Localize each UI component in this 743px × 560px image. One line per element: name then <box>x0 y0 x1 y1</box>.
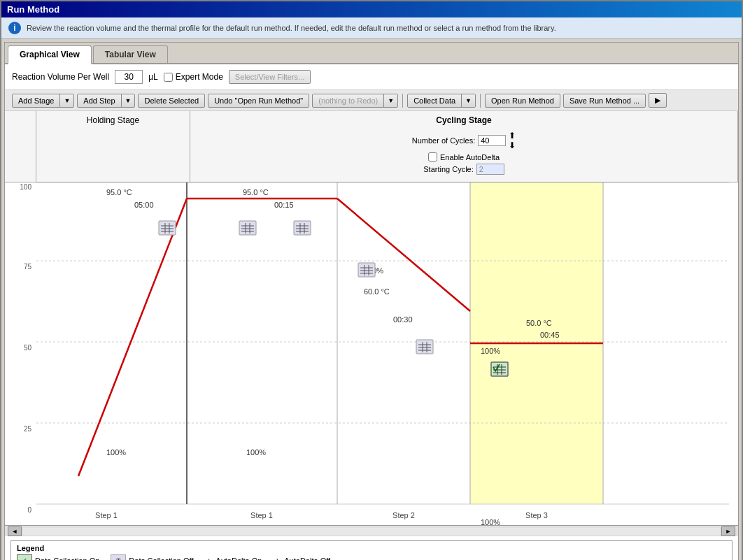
svg-text:95.0 °C: 95.0 °C <box>243 188 269 196</box>
svg-text:60.0 °C: 60.0 °C <box>364 287 390 296</box>
tabs-container: Graphical View Tabular View <box>5 43 738 64</box>
autodelta-on-icon: ▲ <box>204 556 213 560</box>
nothing-redo-group: (nothing to Redo) ▼ <box>312 94 398 108</box>
main-content: Graphical View Tabular View Reaction Vol… <box>4 42 739 560</box>
svg-text:00:45: 00:45 <box>540 331 560 339</box>
legend-autodelta-off: ▲ AutoDelta Off <box>273 556 330 560</box>
reaction-volume-input[interactable] <box>115 70 143 84</box>
starting-cycle-input[interactable] <box>476 164 504 175</box>
num-cycles-row: Number of Cycles: ⬆⬇ <box>412 131 516 150</box>
starting-cycle-row: Starting Cycle: <box>423 164 504 175</box>
chart-main: 95.0 °C 05:00 100% 95.0 °C 00:15 100% 60… <box>36 182 738 525</box>
add-step-group: Add Step ▼ <box>77 94 135 108</box>
save-run-method-button[interactable]: Save Run Method ... <box>563 94 646 108</box>
svg-rect-32 <box>159 221 176 235</box>
volume-unit: µL <box>148 72 158 82</box>
legend-dc-on: ✓ Data Collection On <box>17 554 99 560</box>
svg-text:50: 50 <box>24 344 32 352</box>
chart-svg: 95.0 °C 05:00 100% 95.0 °C 00:15 100% 60… <box>36 182 738 525</box>
svg-text:Step 3: Step 3 <box>525 511 548 519</box>
next-arrow-button[interactable]: ▶ <box>649 93 667 108</box>
y-axis-svg: 0 25 50 75 100 <box>5 182 36 518</box>
add-stage-dropdown[interactable]: ▼ <box>60 94 73 107</box>
legend-dc-off: ⊞ Data Collection Off <box>111 554 193 560</box>
autodelta-row: Enable AutoDelta <box>428 152 500 161</box>
chart-area: Holding Stage Cycling Stage Number of Cy… <box>5 111 738 536</box>
tab-tabular[interactable]: Tabular View <box>93 45 168 63</box>
collect-data-dropdown[interactable]: ▼ <box>462 94 475 107</box>
toolbar-separator-2 <box>480 94 481 108</box>
scroll-track <box>23 528 720 535</box>
holding-stage-header: Holding Stage <box>36 111 190 182</box>
stage-headers: Holding Stage Cycling Stage Number of Cy… <box>5 111 738 182</box>
add-stage-group: Add Stage ▼ <box>12 94 74 108</box>
add-step-button[interactable]: Add Step <box>78 94 121 107</box>
svg-rect-38 <box>239 221 256 235</box>
y-axis: 0 25 50 75 100 <box>5 182 36 525</box>
add-step-dropdown[interactable]: ▼ <box>122 94 135 107</box>
svg-text:Step 2: Step 2 <box>392 511 415 519</box>
scrollbar[interactable]: ◄ ► <box>5 525 738 536</box>
nothing-redo-button[interactable]: (nothing to Redo) <box>313 94 384 107</box>
tab-graphical[interactable]: Graphical View <box>8 45 92 64</box>
scroll-left[interactable]: ◄ <box>8 526 22 536</box>
info-banner: i Review the reaction volume and the the… <box>1 17 742 39</box>
expert-mode-checkbox[interactable] <box>164 73 173 82</box>
legend-autodelta-on: ▲ AutoDelta On <box>204 556 262 560</box>
info-icon: i <box>8 22 21 34</box>
svg-rect-5 <box>36 182 729 504</box>
cycling-stage-header: Cycling Stage Number of Cycles: ⬆⬇ Enabl… <box>190 111 738 182</box>
dc-off-icon: ⊞ <box>111 554 126 560</box>
toolbar-row-1: Reaction Volume Per Well µL Expert Mode … <box>5 64 738 90</box>
svg-text:75: 75 <box>24 263 32 271</box>
info-text: Review the reaction volume and the therm… <box>27 24 556 32</box>
toolbar-row-2: Add Stage ▼ Add Step ▼ Delete Selected U… <box>5 90 738 111</box>
window-title: Run Method <box>7 4 59 15</box>
legend-items: ✓ Data Collection On ⊞ Data Collection O… <box>17 554 726 560</box>
legend-title: Legend <box>17 544 726 552</box>
select-view-filters-button[interactable]: Select/View Filters... <box>229 70 311 84</box>
svg-rect-50 <box>358 263 375 277</box>
svg-text:100%: 100% <box>481 518 500 525</box>
graph-container: 0 25 50 75 100 <box>5 182 738 525</box>
svg-text:95.0 °C: 95.0 °C <box>106 188 132 196</box>
cycling-controls: Number of Cycles: ⬆⬇ Enable AutoDelta St… <box>194 128 733 178</box>
svg-text:Step 1: Step 1 <box>95 511 118 519</box>
toolbar-separator-1 <box>402 94 403 108</box>
expert-mode-label: Expert Mode <box>164 72 223 82</box>
svg-text:Step 1: Step 1 <box>250 511 273 519</box>
svg-text:25: 25 <box>24 425 32 433</box>
scroll-right[interactable]: ► <box>721 526 735 536</box>
svg-text:50.0 °C: 50.0 °C <box>526 319 552 327</box>
autodelta-off-icon: ▲ <box>273 556 281 560</box>
y-axis-spacer <box>5 111 36 182</box>
nothing-redo-dropdown[interactable]: ▼ <box>384 94 397 107</box>
undo-button[interactable]: Undo "Open Run Method" <box>208 94 309 108</box>
svg-text:05:00: 05:00 <box>134 201 154 209</box>
collect-data-button[interactable]: Collect Data <box>408 94 462 107</box>
open-run-method-button[interactable]: Open Run Method <box>485 94 560 108</box>
svg-rect-44 <box>294 221 311 235</box>
collect-data-group: Collect Data ▼ <box>407 94 476 108</box>
num-cycles-spinner[interactable]: ⬆⬇ <box>509 131 516 150</box>
dc-on-icon: ✓ <box>17 554 32 560</box>
svg-rect-56 <box>416 340 433 354</box>
svg-text:0: 0 <box>27 506 31 514</box>
svg-text:100%: 100% <box>481 347 500 355</box>
num-cycles-input[interactable] <box>478 135 506 146</box>
delete-selected-button[interactable]: Delete Selected <box>138 94 205 108</box>
title-bar: Run Method <box>1 1 742 17</box>
svg-text:00:30: 00:30 <box>393 315 413 324</box>
svg-text:100: 100 <box>20 183 31 191</box>
main-window: Run Method i Review the reaction volume … <box>0 0 743 560</box>
enable-autodelta-checkbox[interactable] <box>428 152 437 161</box>
reaction-volume-label: Reaction Volume Per Well <box>12 72 109 82</box>
add-stage-button[interactable]: Add Stage <box>13 94 60 107</box>
svg-text:00:15: 00:15 <box>274 201 294 209</box>
legend-box: Legend ✓ Data Collection On ⊞ Data Colle… <box>10 540 733 560</box>
svg-text:100%: 100% <box>246 448 266 457</box>
svg-text:100%: 100% <box>106 448 126 457</box>
